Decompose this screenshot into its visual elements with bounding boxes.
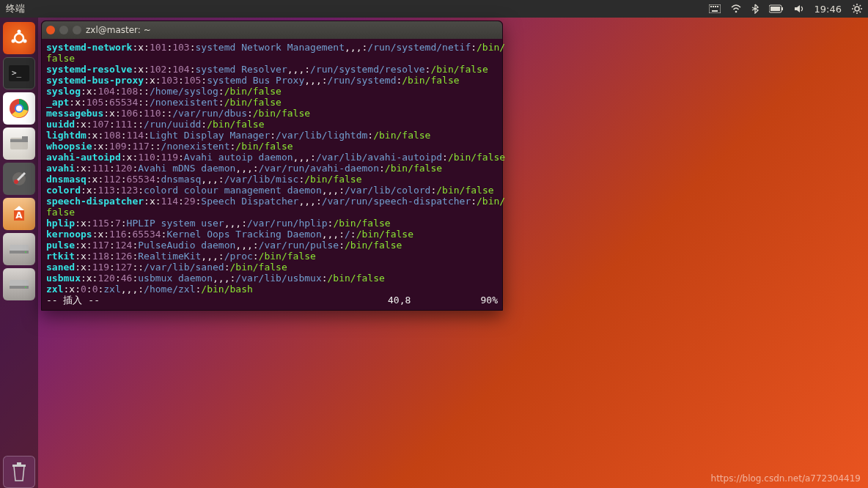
minimize-icon[interactable] — [59, 26, 68, 34]
gear-icon[interactable] — [852, 4, 862, 14]
launcher-trash[interactable] — [3, 456, 35, 488]
svg-line-16 — [860, 12, 861, 13]
svg-rect-4 — [717, 6, 718, 7]
launcher-disk-2[interactable] — [3, 268, 35, 300]
svg-rect-3 — [715, 6, 716, 7]
terminal-titlebar[interactable]: zxl@master: ~ — [42, 21, 502, 39]
launcher-files[interactable] — [3, 127, 35, 160]
svg-line-15 — [853, 5, 855, 7]
watermark: https://blog.csdn.net/a772304419 — [711, 473, 861, 484]
svg-rect-9 — [770, 7, 780, 11]
svg-rect-1 — [710, 6, 712, 7]
terminal-body[interactable]: systemd-network:x:101:103:systemd Networ… — [42, 39, 502, 310]
svg-rect-30 — [22, 136, 28, 139]
svg-point-6 — [735, 11, 737, 13]
terminal-window[interactable]: zxl@master: ~ systemd-network:x:101:103:… — [41, 21, 503, 311]
svg-rect-41 — [12, 465, 26, 467]
svg-point-20 — [18, 30, 21, 34]
svg-point-27 — [16, 106, 22, 111]
svg-point-40 — [25, 286, 26, 288]
svg-line-18 — [860, 5, 861, 7]
launcher-settings[interactable] — [3, 163, 35, 195]
svg-point-32 — [14, 180, 18, 184]
battery-icon[interactable] — [769, 4, 784, 13]
svg-point-21 — [23, 40, 27, 43]
launcher-chrome[interactable] — [3, 92, 35, 125]
app-title: 终端 — [6, 2, 25, 15]
launcher-dash[interactable] — [3, 22, 35, 54]
launcher-disk-1[interactable] — [3, 233, 35, 265]
svg-text:>_: >_ — [12, 68, 22, 78]
launcher-terminal[interactable]: >_ — [3, 57, 35, 89]
svg-rect-29 — [10, 139, 28, 142]
maximize-icon[interactable] — [73, 26, 81, 34]
svg-text:A: A — [15, 210, 23, 221]
close-icon[interactable] — [46, 26, 55, 34]
svg-point-10 — [855, 7, 859, 11]
bluetooth-icon[interactable] — [751, 4, 759, 14]
svg-point-19 — [15, 34, 23, 42]
clock[interactable]: 19:46 — [814, 4, 842, 15]
top-menubar: 终端 19:46 — [0, 0, 868, 18]
svg-rect-2 — [713, 6, 714, 7]
keyboard-icon[interactable] — [709, 4, 721, 13]
window-title: zxl@master: ~ — [86, 25, 151, 35]
launcher-software[interactable]: A — [3, 198, 35, 230]
svg-rect-42 — [17, 462, 21, 465]
svg-point-22 — [12, 40, 15, 43]
svg-rect-8 — [781, 7, 783, 10]
svg-line-17 — [853, 12, 855, 13]
svg-rect-0 — [709, 4, 721, 13]
svg-rect-5 — [712, 10, 718, 12]
unity-launcher: >_ A — [0, 18, 38, 488]
svg-point-37 — [25, 251, 26, 253]
wifi-icon[interactable] — [731, 4, 741, 13]
volume-icon[interactable] — [794, 4, 804, 13]
